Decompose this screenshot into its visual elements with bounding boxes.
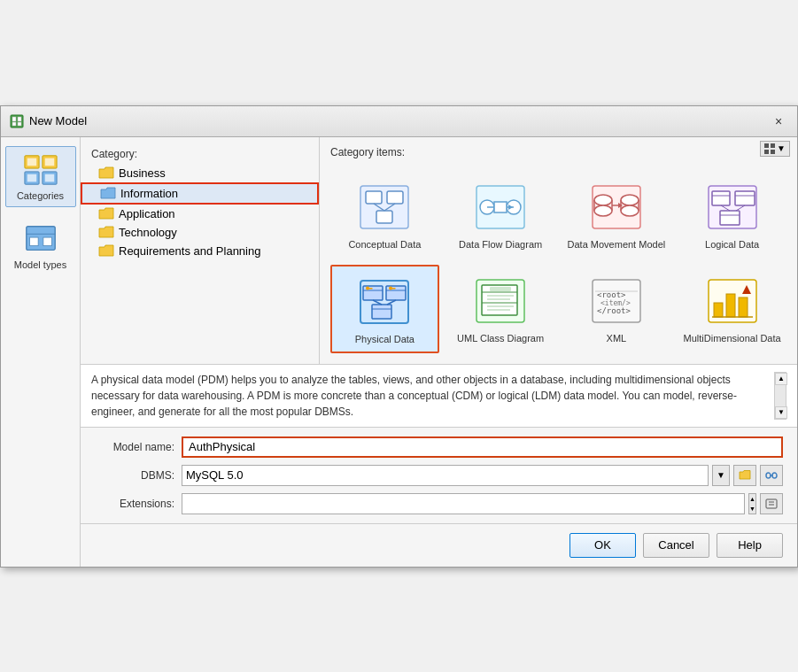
dbms-select[interactable]: MySQL 5.0 xyxy=(182,465,709,486)
view-toggle-button[interactable]: ▼ xyxy=(760,141,790,157)
svg-text:</root>: </root> xyxy=(597,306,631,315)
items-panel: Category items: ▼ xyxy=(320,137,797,364)
extensions-down-arrow[interactable]: ▼ xyxy=(749,504,755,514)
category-panel: Category: Business Information xyxy=(81,137,320,364)
logical-data-icon xyxy=(704,179,761,236)
grid-item-uml-class[interactable]: UML Class Diagram xyxy=(446,265,555,353)
extensions-up-arrow[interactable]: ▲ xyxy=(749,494,755,504)
dbms-select-wrapper: MySQL 5.0 ▼ xyxy=(182,465,783,486)
svg-point-38 xyxy=(594,205,612,216)
svg-rect-50 xyxy=(720,211,740,225)
uml-class-label: UML Class Diagram xyxy=(457,333,544,344)
model-name-row: Model name: xyxy=(95,436,783,458)
svg-rect-17 xyxy=(764,143,769,148)
extensions-input[interactable] xyxy=(182,493,745,514)
svg-rect-64 xyxy=(369,288,373,290)
sidebar-item-model-types[interactable]: Model types xyxy=(5,216,76,275)
svg-rect-48 xyxy=(735,191,755,205)
svg-rect-46 xyxy=(712,191,730,205)
svg-rect-2 xyxy=(18,117,21,121)
data-movement-icon xyxy=(588,179,645,236)
multidimensional-icon xyxy=(704,273,761,329)
manage-extensions-icon xyxy=(765,498,778,509)
sidebar: Categories Model types xyxy=(1,137,81,567)
category-label: Category: xyxy=(81,144,319,164)
physical-data-label: Physical Data xyxy=(355,334,414,344)
category-item-technology[interactable]: Technology xyxy=(81,223,319,242)
dialog-icon xyxy=(10,114,24,128)
folder-icon-business xyxy=(98,166,114,179)
svg-rect-23 xyxy=(387,191,403,204)
extensions-spinbox[interactable]: ▲ ▼ xyxy=(748,493,756,514)
title-bar-left: New Model xyxy=(10,114,87,128)
extensions-row: Extensions: ▲ ▼ xyxy=(95,493,783,514)
model-types-icon xyxy=(23,221,58,257)
sidebar-item-categories[interactable]: Categories xyxy=(5,146,76,207)
items-label: Category items: xyxy=(327,144,790,160)
svg-point-39 xyxy=(621,195,639,205)
data-flow-label: Data Flow Diagram xyxy=(459,239,542,250)
dbms-label: DBMS: xyxy=(95,469,174,482)
grid-item-data-movement[interactable]: Data Movement Model xyxy=(562,171,671,258)
extensions-label: Extensions: xyxy=(95,498,174,510)
model-types-label: Model types xyxy=(14,259,66,270)
category-item-requirements[interactable]: Requirements and Planning xyxy=(81,242,319,260)
scroll-down-button[interactable]: ▼ xyxy=(775,406,787,419)
grid-item-conceptual-data[interactable]: Conceptual Data xyxy=(330,171,439,258)
dbms-folder-button[interactable] xyxy=(733,465,756,486)
svg-rect-90 xyxy=(766,499,777,508)
cancel-button[interactable]: Cancel xyxy=(643,533,709,558)
svg-point-63 xyxy=(366,286,369,290)
uml-class-icon xyxy=(472,273,529,329)
scroll-up-button[interactable]: ▲ xyxy=(775,373,787,385)
title-bar: New Model × xyxy=(1,106,797,137)
svg-rect-82 xyxy=(714,303,723,317)
extensions-manage-button[interactable] xyxy=(760,493,783,514)
model-name-input[interactable] xyxy=(182,436,783,458)
grid-item-data-flow[interactable]: Data Flow Diagram xyxy=(446,171,555,258)
svg-rect-30 xyxy=(494,202,507,212)
folder-open-icon xyxy=(739,470,751,481)
link-icon xyxy=(765,470,778,481)
xml-label: XML xyxy=(607,333,627,344)
new-model-dialog: New Model × xyxy=(0,105,798,568)
items-grid: Conceptual Data xyxy=(327,167,790,357)
dialog-body: Categories Model types xyxy=(1,137,797,567)
svg-rect-24 xyxy=(376,211,392,223)
folder-icon-application xyxy=(98,207,114,220)
physical-data-icon xyxy=(356,274,413,330)
dialog-footer: OK Cancel Help xyxy=(81,523,797,567)
xml-icon: <root> <item/> </root> xyxy=(588,273,645,329)
folder-icon-information xyxy=(100,187,116,199)
view-toggle-arrow: ▼ xyxy=(777,143,786,153)
categories-icon xyxy=(23,152,58,188)
svg-point-35 xyxy=(594,195,612,205)
categories-label: Categories xyxy=(17,190,64,201)
model-name-label: Model name: xyxy=(95,441,174,453)
grid-item-xml[interactable]: <root> <item/> </root> XML xyxy=(562,265,671,353)
category-item-application[interactable]: Application xyxy=(81,205,319,223)
svg-rect-4 xyxy=(18,122,21,126)
close-button[interactable]: × xyxy=(769,112,788,131)
category-item-information[interactable]: Information xyxy=(81,182,319,205)
grid-item-multidimensional[interactable]: MultiDimensional Data xyxy=(678,265,786,353)
description-text: A physical data model (PDM) helps you to… xyxy=(91,372,771,420)
grid-item-physical-data[interactable]: Physical Data xyxy=(330,265,439,353)
dbms-dropdown-arrow[interactable]: ▼ xyxy=(712,465,730,486)
category-item-business[interactable]: Business xyxy=(81,164,319,182)
grid-item-logical-data[interactable]: Logical Data xyxy=(678,171,786,258)
extensions-wrapper: ▲ ▼ xyxy=(182,493,783,514)
conceptual-data-icon xyxy=(356,179,413,236)
category-section: Category: Business Information xyxy=(81,137,797,364)
description-scrollbar[interactable]: ▲ ▼ xyxy=(774,372,786,420)
form-area: Model name: DBMS: MySQL 5.0 ▼ xyxy=(81,428,797,523)
svg-rect-66 xyxy=(392,288,396,290)
data-flow-icon xyxy=(472,179,529,236)
svg-rect-84 xyxy=(739,297,748,317)
multidimensional-label: MultiDimensional Data xyxy=(684,333,781,344)
ok-button[interactable]: OK xyxy=(569,533,636,558)
help-button[interactable]: Help xyxy=(717,533,783,558)
svg-rect-20 xyxy=(771,150,775,154)
dbms-link-button[interactable] xyxy=(760,465,783,486)
svg-rect-15 xyxy=(29,237,38,246)
